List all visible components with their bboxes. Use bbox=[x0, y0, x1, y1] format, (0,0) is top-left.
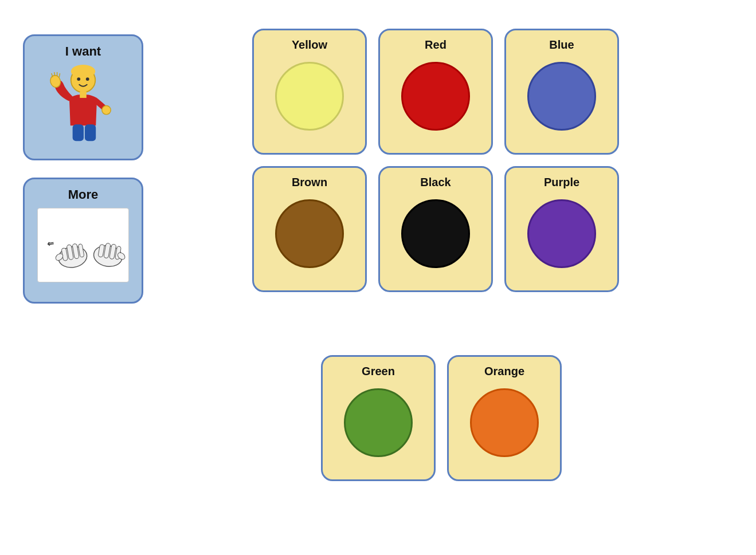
svg-line-9 bbox=[59, 73, 60, 77]
person-icon bbox=[46, 65, 120, 145]
svg-rect-4 bbox=[80, 91, 87, 98]
purple-circle bbox=[527, 199, 596, 268]
black-card[interactable]: Black bbox=[378, 166, 493, 292]
svg-point-3 bbox=[86, 77, 89, 81]
black-label: Black bbox=[420, 176, 451, 189]
orange-card[interactable]: Orange bbox=[447, 355, 562, 481]
green-card[interactable]: Green bbox=[321, 355, 436, 481]
green-circle bbox=[344, 388, 413, 457]
hands-image: ⇐ ⇒ bbox=[37, 208, 129, 282]
red-card[interactable]: Red bbox=[378, 29, 493, 155]
color-grid: Yellow Red Blue Brown Black Purple bbox=[252, 29, 619, 292]
purple-label: Purple bbox=[544, 176, 579, 189]
red-circle bbox=[401, 62, 470, 131]
svg-rect-12 bbox=[85, 124, 96, 141]
i-want-card[interactable]: I want bbox=[23, 34, 143, 160]
purple-card[interactable]: Purple bbox=[504, 166, 619, 292]
brown-circle bbox=[275, 199, 344, 268]
more-label: More bbox=[68, 187, 99, 202]
yellow-card[interactable]: Yellow bbox=[252, 29, 367, 155]
svg-line-7 bbox=[54, 73, 55, 76]
red-label: Red bbox=[425, 38, 446, 52]
blue-card[interactable]: Blue bbox=[504, 29, 619, 155]
more-card[interactable]: More ⇐ bbox=[23, 178, 143, 304]
svg-point-2 bbox=[77, 77, 80, 81]
i-want-label: I want bbox=[65, 44, 101, 59]
bottom-color-row: Green Orange bbox=[321, 355, 562, 481]
brown-card[interactable]: Brown bbox=[252, 166, 367, 292]
black-circle bbox=[401, 199, 470, 268]
hands-icon: ⇐ ⇒ bbox=[40, 211, 126, 280]
blue-circle bbox=[527, 62, 596, 131]
yellow-label: Yellow bbox=[292, 38, 327, 52]
blue-label: Blue bbox=[549, 38, 574, 52]
svg-point-10 bbox=[102, 105, 111, 114]
svg-point-1 bbox=[71, 65, 95, 78]
yellow-circle bbox=[275, 62, 344, 131]
orange-circle bbox=[470, 388, 539, 457]
left-panel: I want bbox=[23, 34, 143, 304]
brown-label: Brown bbox=[292, 176, 327, 189]
green-label: Green bbox=[362, 365, 395, 378]
svg-text:⇐: ⇐ bbox=[46, 238, 55, 249]
orange-label: Orange bbox=[484, 365, 524, 378]
svg-rect-11 bbox=[73, 124, 84, 141]
